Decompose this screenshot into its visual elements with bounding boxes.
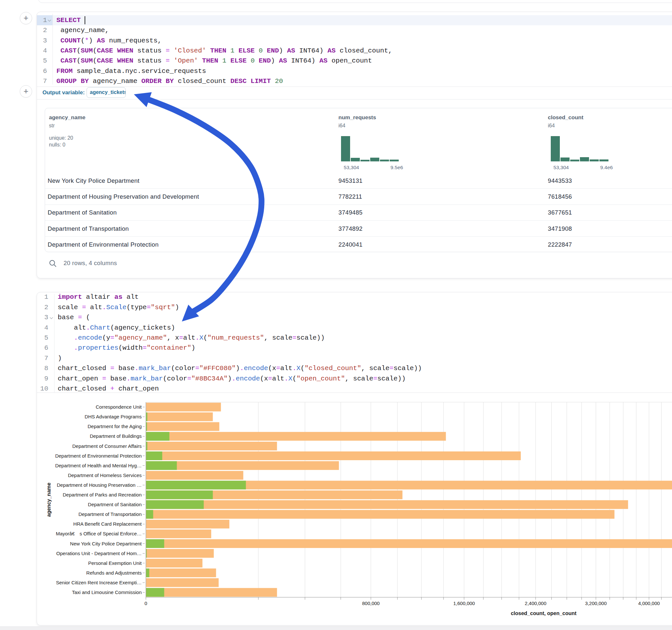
svg-text:Refunds and Adjustments: Refunds and Adjustments <box>86 570 142 576</box>
svg-text:Department of Consumer Affairs: Department of Consumer Affairs <box>72 443 142 449</box>
svg-text:4,000,000: 4,000,000 <box>638 601 660 606</box>
svg-text:Taxi and Limousine Commission: Taxi and Limousine Commission <box>72 589 142 595</box>
svg-text:Department of Transportation: Department of Transportation <box>78 511 142 517</box>
svg-text:agency_name: agency_name <box>46 483 51 517</box>
svg-text:closed_count, open_count: closed_count, open_count <box>511 610 577 616</box>
svg-text:DHS Advantage Programs: DHS Advantage Programs <box>85 414 142 419</box>
svg-text:800,000: 800,000 <box>362 601 380 606</box>
svg-text:Department of Health and Menta: Department of Health and Mental Hyg… <box>55 463 142 468</box>
svg-text:Operations Unit - Department o: Operations Unit - Department of Hom… <box>56 551 142 556</box>
svg-text:New York City Police Departmen: New York City Police Department <box>70 541 142 547</box>
svg-text:2,400,000: 2,400,000 <box>525 601 547 606</box>
svg-text:3,200,000: 3,200,000 <box>585 601 607 606</box>
svg-text:0: 0 <box>145 601 147 606</box>
svg-text:Senior Citizen Rent Increase E: Senior Citizen Rent Increase Exempti… <box>56 580 142 585</box>
svg-text:Department of Homeless Service: Department of Homeless Services <box>68 472 142 478</box>
svg-text:Department of Buildings: Department of Buildings <box>90 433 142 439</box>
svg-text:Department for the Aging: Department for the Aging <box>88 423 142 429</box>
svg-text:Department of Environmental Pr: Department of Environmental Protection <box>55 453 142 459</box>
svg-text:1,600,000: 1,600,000 <box>453 601 475 606</box>
svg-text:Department of Housing Preserva: Department of Housing Preservation … <box>57 482 142 488</box>
svg-text:Department of Parks and Recrea: Department of Parks and Recreation <box>63 492 142 498</box>
svg-text:Department of Sanitation: Department of Sanitation <box>88 502 142 507</box>
svg-text:Mayorâ€ s Office of Special En: Mayorâ€ s Office of Special Enforce… <box>56 531 142 536</box>
svg-text:Correspondence Unit: Correspondence Unit <box>96 404 142 410</box>
svg-text:HRA Benefit Card Replacement: HRA Benefit Card Replacement <box>73 521 142 527</box>
svg-text:Personal Exemption Unit: Personal Exemption Unit <box>88 560 142 566</box>
